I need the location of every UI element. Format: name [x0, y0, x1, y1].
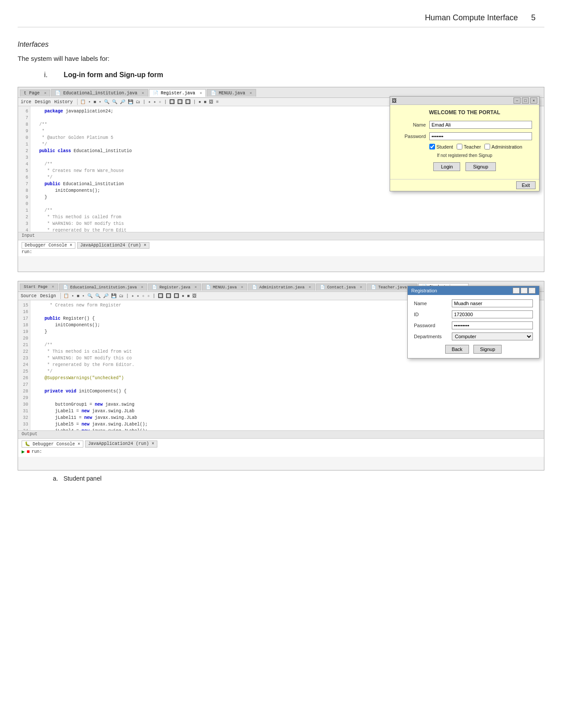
ide1-tab-register[interactable]: 📄 Register.java ×: [149, 89, 206, 97]
reg-dialog-titlebar: Registration – □ ×: [408, 286, 539, 295]
login-name-row: Name: [397, 121, 532, 129]
login-name-input[interactable]: [429, 121, 532, 129]
sub-heading-i: i. Log-in form and Sign-up form: [44, 71, 544, 79]
page-header: Human Compute Interface 5: [18, 9, 544, 27]
ide2-tab-startpage[interactable]: Start Page ×: [20, 284, 58, 290]
login-teacher-check[interactable]: Teacher: [457, 144, 481, 149]
ide2-output-bar: Output: [18, 430, 544, 438]
ide2-console-text: run:: [31, 449, 42, 454]
login-exit-row: Exit: [390, 179, 539, 191]
reg-id-row: ID: [414, 310, 533, 318]
login-dialog-titlebar: 🖼 – □ ×: [390, 97, 539, 105]
ide1-tab-tpage[interactable]: t Page ×: [20, 90, 50, 97]
login-password-input[interactable]: [429, 132, 532, 140]
ide2-toolbar-design[interactable]: Design: [40, 294, 56, 299]
reg-dialog-minimize[interactable]: –: [513, 287, 520, 294]
section-body: The system will have labels for:: [18, 55, 544, 62]
ide1-console-text: run:: [22, 250, 540, 254]
reg-id-label: ID: [414, 312, 449, 317]
screenshot2-letter: a.: [53, 475, 62, 482]
reg-password-label: Password: [414, 323, 449, 328]
reg-signup-button[interactable]: Signup: [473, 345, 502, 354]
ide2-run-tab[interactable]: JavaApplication24 (run) ×: [85, 441, 157, 448]
ide1-toolbar-history[interactable]: History: [54, 100, 73, 105]
login-password-row: Password: [397, 132, 532, 140]
reg-password-row: Password: [414, 321, 533, 329]
login-password-label: Password: [397, 134, 426, 139]
ide1-run-tab[interactable]: JavaApplication24 (run) ×: [77, 242, 149, 249]
page-number: 5: [531, 13, 536, 22]
reg-departments-select[interactable]: Computer: [452, 332, 533, 340]
ide2-tab-register[interactable]: 📄 Register.java ×: [148, 284, 201, 291]
login-dialog-icon: 🖼: [392, 98, 397, 103]
login-checkboxes: Student Teacher Administration: [429, 144, 532, 149]
login-dialog-minimize[interactable]: –: [514, 97, 521, 104]
ide2-tab-contact[interactable]: 📄 Contact.java ×: [316, 284, 366, 291]
reg-name-row: Name: [414, 299, 533, 307]
ide2-toolbar-icons: 📋 ▪ ■ ▪ 🔍 🔍 🔎 💾 🗂 | ✦ ✦ ✧ ✧ | 🔲 🔲 🔲 ● ■ …: [63, 293, 197, 299]
ide1-input-bar: Input: [18, 232, 544, 240]
reg-button-row: Back Signup: [414, 345, 533, 354]
ide2-tab-educational[interactable]: 📄 Educational_institution.java ×: [59, 284, 147, 291]
ide2-debugger-console-tab[interactable]: 🐛 Debugger Console ×: [22, 441, 83, 448]
login-dialog-maximize[interactable]: □: [522, 97, 529, 104]
screenshot2-text: Student panel: [63, 475, 101, 482]
ide1-line-nums: 6789 0123 4567 8901 2345 67: [18, 106, 30, 232]
login-dialog-body: WELCOME TO THE PORTAL Name Password Stud…: [390, 105, 539, 179]
ide-screenshot-1: t Page × 📄 Educational_institution.java …: [18, 87, 544, 272]
reg-dialog: Registration – □ × Name ID Password Depa…: [407, 286, 540, 358]
login-signup-button[interactable]: Signup: [465, 162, 495, 171]
reg-id-input[interactable]: [452, 310, 533, 318]
login-dialog: 🖼 – □ × WELCOME TO THE PORTAL Name Passw…: [390, 96, 540, 191]
screenshot2-label: a. Student panel: [53, 475, 544, 482]
reg-dialog-title: Registration: [411, 288, 437, 293]
reg-departments-row: Departments Computer: [414, 332, 533, 340]
login-welcome-text: WELCOME TO THE PORTAL: [397, 109, 532, 116]
ide1-tab-menuu[interactable]: 📄 MENUU.java ×: [207, 89, 256, 97]
login-button-row: Login Signup: [397, 162, 532, 171]
reg-name-label: Name: [414, 301, 449, 306]
ide1-toolbar-design[interactable]: Design: [35, 100, 51, 105]
ide2-tab-administration[interactable]: 📄 Administration.java ×: [248, 284, 315, 291]
reg-departments-label: Departments: [414, 334, 449, 339]
login-name-label: Name: [397, 122, 426, 127]
sub-heading-text: Log-in form and Sign-up form: [63, 71, 163, 78]
reg-dialog-maximize[interactable]: □: [521, 287, 528, 294]
ide1-toolbar-irce: irce: [21, 100, 31, 105]
login-button[interactable]: Login: [433, 162, 460, 171]
ide-screenshot-2: Start Page × 📄 Educational_institution.j…: [18, 281, 544, 470]
page-title: Human Compute Interface: [425, 13, 518, 22]
roman-numeral-i: i.: [44, 71, 62, 79]
ide1-console: Debugger Console × JavaApplication24 (ru…: [18, 240, 544, 256]
login-info-text: If not registered then Signup: [397, 153, 532, 158]
login-student-check[interactable]: Student: [429, 144, 453, 149]
login-dialog-close[interactable]: ×: [530, 97, 537, 104]
ide2-line-nums: 15161718 19202122 23242526 27282930 3132…: [18, 300, 30, 430]
reg-dialog-close[interactable]: ×: [529, 287, 536, 294]
reg-back-button[interactable]: Back: [445, 345, 469, 354]
reg-password-input[interactable]: [452, 321, 533, 329]
login-exit-button[interactable]: Exit: [516, 181, 536, 189]
ide2-run-icon: ▶: [22, 448, 25, 455]
ide1-debugger-console-tab[interactable]: Debugger Console ×: [22, 242, 75, 249]
ide2-stop-icon: ■: [26, 449, 30, 455]
section-title: Interfaces: [18, 41, 544, 49]
login-admin-check[interactable]: Administration: [484, 144, 522, 149]
ide2-toolbar-source[interactable]: Source: [21, 294, 37, 299]
reg-name-input[interactable]: [452, 299, 533, 307]
ide1-toolbar-icons: 📋 ▪ ■ ▪ 🔍 🔍 🔎 💾 🗂 | ✦ ✦ ✧ | 🔲 🔲 🔲 | ● ■ …: [80, 99, 219, 105]
ide1-tab-educational[interactable]: 📄 Educational_institution.java ×: [51, 89, 148, 97]
ide2-console: 🐛 Debugger Console × JavaApplication24 (…: [18, 438, 544, 457]
reg-dialog-body: Name ID Password Departments Computer Ba…: [408, 295, 539, 358]
ide2-tab-menuu[interactable]: 📄 MENUU.java ×: [202, 284, 247, 291]
